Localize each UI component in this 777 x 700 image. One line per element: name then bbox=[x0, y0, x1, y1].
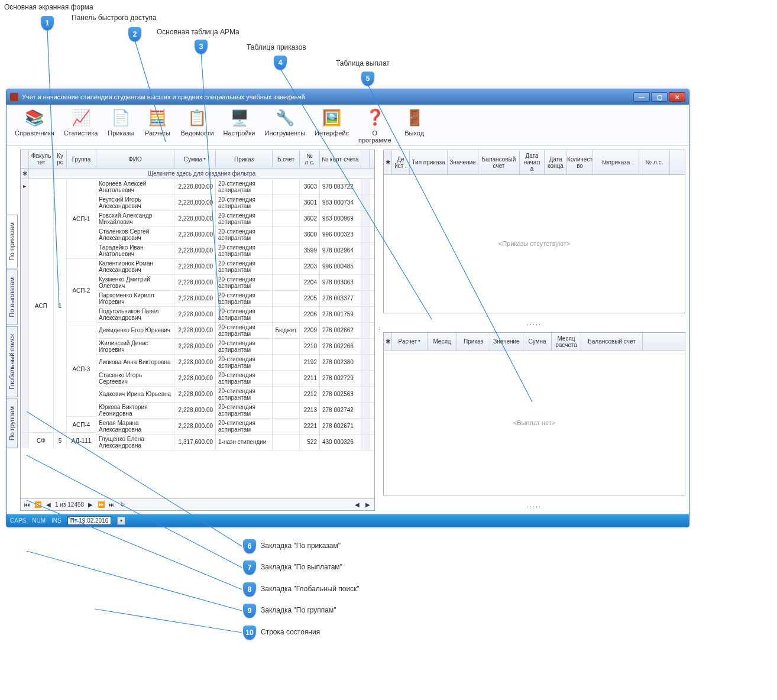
status-date[interactable]: Пт 19.02.2016 bbox=[67, 516, 112, 525]
nav-refresh-icon[interactable]: ↻ bbox=[118, 501, 127, 509]
table-row[interactable]: Белая Марина Александровна2,228,000.0020… bbox=[96, 419, 374, 435]
cell-sum: 2,228,000.00 bbox=[174, 387, 216, 402]
nav-prev-icon[interactable]: ◀ bbox=[44, 501, 53, 509]
toolbar-icon: 🚪 bbox=[405, 108, 424, 127]
toolbar-статистика[interactable]: 📈 Статистика bbox=[59, 107, 103, 145]
toolbar-ведомости[interactable]: 📋 Ведомости bbox=[176, 107, 218, 145]
cell-card: 278 002380 bbox=[320, 355, 361, 370]
table-row[interactable]: Хадкевич Ирина Юрьевна2,228,000.0020-сти… bbox=[96, 387, 374, 403]
table-row[interactable]: Ровский Александр Михайлович2,228,000.00… bbox=[96, 211, 374, 227]
col-faculty[interactable]: Факуль тет bbox=[29, 150, 54, 168]
separator-dots-2: ..... bbox=[383, 499, 685, 511]
toolbar-настройки[interactable]: 🖥️ Настройки bbox=[219, 107, 260, 145]
grid-navigator[interactable]: ⏮ ⏪ ◀ 1 из 12458 ▶ ⏩ ⏭ ↻ ◀▶ bbox=[21, 498, 374, 510]
toolbar-выход[interactable]: 🚪 Выход bbox=[396, 107, 433, 145]
nav-prevpage-icon[interactable]: ⏪ bbox=[34, 501, 42, 509]
nav-first-icon[interactable]: ⏮ bbox=[23, 501, 31, 509]
table-row[interactable]: Кузменко Дмитрий Олегович2,228,000.0020-… bbox=[96, 275, 374, 291]
col-sum[interactable]: Сумма bbox=[174, 150, 216, 168]
nav-last-icon[interactable]: ⏭ bbox=[108, 501, 116, 509]
cell-sum: 2,228,000.00 bbox=[174, 419, 216, 434]
toolbar-label: Инструменты bbox=[264, 129, 305, 137]
toolbar-icon: 📋 bbox=[187, 108, 206, 127]
date-dropdown-icon[interactable]: ▾ bbox=[117, 517, 125, 525]
table-row[interactable]: Глущенко Елена Александровна1,317,600.00… bbox=[96, 435, 374, 451]
cell-fio: Пархоменко Кирилл Игоревич bbox=[96, 291, 174, 306]
cell-order: 1-назн стипендии bbox=[216, 435, 273, 450]
cell-fio: Хадкевич Ирина Юрьевна bbox=[96, 387, 174, 402]
toolbar-о-программе[interactable]: ❓ О программе bbox=[354, 107, 396, 145]
cell-nls: 3603 bbox=[300, 179, 320, 195]
cell-group5: АД-111 bbox=[67, 433, 96, 448]
table-row[interactable]: Корнеев Алексей Анатольевич2,228,000.002… bbox=[96, 179, 374, 195]
side-tab-2[interactable]: Глобальный поиск bbox=[7, 326, 18, 397]
cell-fio: Кузменко Дмитрий Олегович bbox=[96, 275, 174, 290]
cell-bsc bbox=[273, 307, 300, 322]
cell-sum: 2,228,000.00 bbox=[174, 259, 216, 274]
cell-kurs2: 5 bbox=[54, 433, 67, 448]
orders-grid-header[interactable]: ✱ Де йст . Тип приказа Значение Балансов… bbox=[384, 150, 685, 175]
callout-4-num: 4 bbox=[274, 56, 287, 70]
cell-card: 278 001759 bbox=[320, 307, 361, 322]
toolbar-справочники[interactable]: 📚 Справочники bbox=[10, 107, 59, 145]
toolbar-интерфейс[interactable]: 🖼️ Интерфейс bbox=[310, 107, 354, 145]
cell-card: 978 003722 bbox=[320, 179, 361, 195]
cell-order: 20-стипендия аспирантам bbox=[216, 275, 273, 290]
cell-group3: АСП-3 bbox=[67, 322, 96, 416]
cell-bsc bbox=[273, 387, 300, 402]
toolbar-приказы[interactable]: 📄 Приказы bbox=[102, 107, 139, 145]
table-row[interactable]: Пархоменко Кирилл Игоревич2,228,000.0020… bbox=[96, 291, 374, 307]
col-group[interactable]: Группа bbox=[67, 150, 96, 168]
separator-dots: ..... bbox=[383, 317, 685, 329]
maximize-button[interactable]: ▢ bbox=[651, 92, 668, 102]
table-row[interactable]: Демиденко Егор Юрьевич2,228,000.0020-сти… bbox=[96, 323, 374, 339]
cell-order: 20-стипендия аспирантам bbox=[216, 339, 273, 354]
col-card[interactable]: № карт-счета bbox=[320, 150, 361, 168]
nav-nextpage-icon[interactable]: ⏩ bbox=[97, 501, 105, 509]
side-tab-0[interactable]: По приказам bbox=[7, 215, 18, 268]
nav-next-icon[interactable]: ▶ bbox=[86, 501, 95, 509]
table-row[interactable]: Сталенков Сергей Александрович2,228,000.… bbox=[96, 227, 374, 243]
side-tab-3[interactable]: По группам bbox=[7, 398, 18, 448]
cell-fio: Липкова Анна Викторовна bbox=[96, 355, 174, 370]
close-button[interactable]: ✕ bbox=[669, 92, 685, 102]
filter-row[interactable]: ✱ Щелкните здесь для создания фильтра bbox=[21, 168, 374, 179]
titlebar[interactable]: Учет и начисление стипендии студентам вы… bbox=[7, 89, 689, 105]
splitter[interactable]: ⋮ bbox=[377, 150, 381, 511]
col-order[interactable]: Приказ bbox=[216, 150, 273, 168]
payments-grid-header[interactable]: ✱ Расчет Месяц Приказ Значение Сумна Мес… bbox=[384, 333, 685, 351]
col-fio[interactable]: ФИО bbox=[96, 150, 174, 168]
col-kurs[interactable]: Ку рс bbox=[54, 150, 67, 168]
cell-card: 996 000323 bbox=[320, 227, 361, 242]
table-row[interactable]: Тарадейко Иван Анатольевич2,228,000.0020… bbox=[96, 243, 374, 259]
toolbar-label: Приказы bbox=[108, 129, 134, 137]
table-row[interactable]: Реутский Игорь Александрович2,228,000.00… bbox=[96, 195, 374, 211]
table-row[interactable]: Подугольников Павел Александрович2,228,0… bbox=[96, 307, 374, 323]
cell-nls: 3599 bbox=[300, 243, 320, 258]
cell-nls: 2210 bbox=[300, 339, 320, 354]
table-row[interactable]: Калентионок Роман Александрович2,228,000… bbox=[96, 259, 374, 275]
table-row[interactable]: Жилинский Денис Игоревич2,228,000.0020-с… bbox=[96, 339, 374, 355]
main-grid-header[interactable]: Факуль тет Ку рс Группа ФИО Сумма Приказ… bbox=[21, 150, 374, 168]
callout-1-label: Основная экранная форма bbox=[4, 3, 93, 11]
toolbar-инструменты[interactable]: 🔧 Инструменты bbox=[260, 107, 310, 145]
side-tab-1[interactable]: По выплатам bbox=[7, 270, 18, 325]
callout-2-num: 2 bbox=[128, 27, 141, 41]
cell-fio: Реутский Игорь Александрович bbox=[96, 195, 174, 210]
table-row[interactable]: Юркова Виктория Леонидовна2,228,000.0020… bbox=[96, 403, 374, 419]
col-bsc[interactable]: Б.счет bbox=[273, 150, 300, 168]
cell-fio: Калентионок Роман Александрович bbox=[96, 259, 174, 274]
cell-order: 20-стипендия аспирантам bbox=[216, 355, 273, 370]
cell-order: 20-стипендия аспирантам bbox=[216, 243, 273, 258]
cell-order: 20-стипендия аспирантам bbox=[216, 371, 273, 386]
cell-card: 278 002671 bbox=[320, 419, 361, 434]
toolbar-расчеты[interactable]: 🧮 Расчеты bbox=[139, 107, 176, 145]
cell-card: 278 002742 bbox=[320, 403, 361, 418]
table-row[interactable]: Стасенко Игорь Сергеевич2,228,000.0020-с… bbox=[96, 371, 374, 387]
table-row[interactable]: Липкова Анна Викторовна2,228,000.0020-ст… bbox=[96, 355, 374, 371]
col-nls[interactable]: № л.с. bbox=[300, 150, 320, 168]
main-grid-body[interactable]: ▸ АСП 1 АСП-1 АСП-2 АСП-3 АСП-4 bbox=[21, 179, 374, 498]
cell-card: 278 002266 bbox=[320, 339, 361, 354]
cell-nls: 2192 bbox=[300, 355, 320, 370]
minimize-button[interactable]: — bbox=[633, 92, 650, 102]
